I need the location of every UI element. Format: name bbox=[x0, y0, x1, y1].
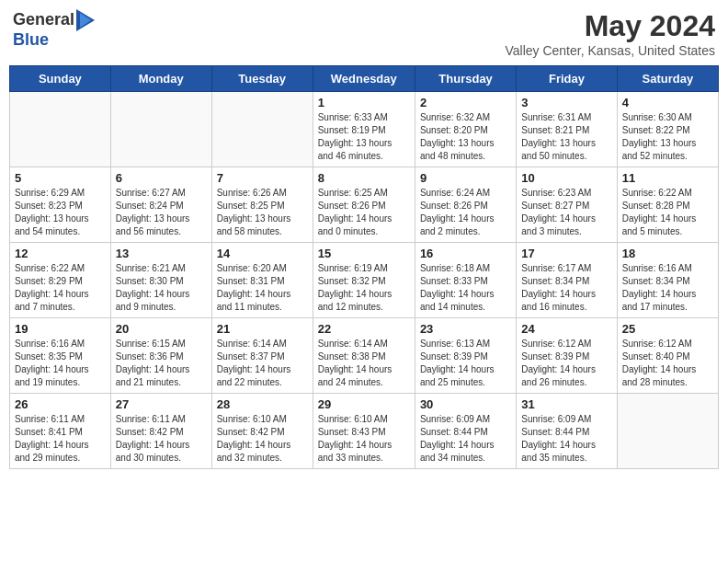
weekday-header-sunday: Sunday bbox=[10, 66, 111, 92]
day-info: Sunrise: 6:16 AM Sunset: 8:34 PM Dayligh… bbox=[622, 262, 713, 314]
calendar-cell: 22Sunrise: 6:14 AM Sunset: 8:38 PM Dayli… bbox=[313, 318, 415, 394]
day-info: Sunrise: 6:09 AM Sunset: 8:44 PM Dayligh… bbox=[521, 413, 611, 465]
weekday-header-wednesday: Wednesday bbox=[313, 66, 415, 92]
calendar-cell: 20Sunrise: 6:15 AM Sunset: 8:36 PM Dayli… bbox=[110, 318, 211, 394]
calendar-cell: 5Sunrise: 6:29 AM Sunset: 8:23 PM Daylig… bbox=[10, 167, 111, 243]
day-info: Sunrise: 6:14 AM Sunset: 8:37 PM Dayligh… bbox=[217, 338, 308, 389]
page-header: General Blue May 2024 Valley Center, Kan… bbox=[9, 9, 719, 58]
calendar-week-2: 5Sunrise: 6:29 AM Sunset: 8:23 PM Daylig… bbox=[10, 167, 719, 243]
day-info: Sunrise: 6:30 AM Sunset: 8:22 PM Dayligh… bbox=[622, 111, 713, 163]
day-number: 14 bbox=[217, 247, 308, 260]
calendar-cell: 3Sunrise: 6:31 AM Sunset: 8:21 PM Daylig… bbox=[517, 92, 617, 167]
calendar-week-4: 19Sunrise: 6:16 AM Sunset: 8:35 PM Dayli… bbox=[10, 318, 719, 394]
day-info: Sunrise: 6:19 AM Sunset: 8:32 PM Dayligh… bbox=[318, 262, 410, 314]
day-number: 19 bbox=[15, 322, 106, 336]
day-number: 22 bbox=[318, 322, 410, 336]
calendar-cell: 1Sunrise: 6:33 AM Sunset: 8:19 PM Daylig… bbox=[313, 92, 415, 167]
location: Valley Center, Kansas, United States bbox=[505, 43, 715, 58]
day-number: 30 bbox=[420, 397, 511, 411]
day-number: 6 bbox=[116, 171, 207, 185]
calendar-cell: 12Sunrise: 6:22 AM Sunset: 8:29 PM Dayli… bbox=[10, 243, 111, 318]
weekday-header-friday: Friday bbox=[517, 66, 617, 92]
day-info: Sunrise: 6:33 AM Sunset: 8:19 PM Dayligh… bbox=[318, 111, 410, 163]
day-info: Sunrise: 6:27 AM Sunset: 8:24 PM Dayligh… bbox=[116, 187, 207, 238]
day-number: 17 bbox=[521, 247, 611, 260]
day-number: 1 bbox=[318, 96, 410, 109]
day-info: Sunrise: 6:13 AM Sunset: 8:39 PM Dayligh… bbox=[420, 338, 511, 389]
month-title: May 2024 bbox=[505, 9, 715, 43]
calendar-cell: 15Sunrise: 6:19 AM Sunset: 8:32 PM Dayli… bbox=[313, 243, 415, 318]
day-number: 21 bbox=[217, 322, 308, 336]
day-info: Sunrise: 6:10 AM Sunset: 8:42 PM Dayligh… bbox=[217, 413, 308, 465]
day-info: Sunrise: 6:23 AM Sunset: 8:27 PM Dayligh… bbox=[521, 187, 611, 238]
calendar-cell: 13Sunrise: 6:21 AM Sunset: 8:30 PM Dayli… bbox=[110, 243, 211, 318]
day-number: 5 bbox=[15, 171, 106, 185]
calendar-cell: 27Sunrise: 6:11 AM Sunset: 8:42 PM Dayli… bbox=[110, 394, 211, 469]
day-number: 11 bbox=[622, 171, 713, 185]
calendar-week-1: 1Sunrise: 6:33 AM Sunset: 8:19 PM Daylig… bbox=[10, 92, 719, 167]
calendar-week-3: 12Sunrise: 6:22 AM Sunset: 8:29 PM Dayli… bbox=[10, 243, 719, 318]
calendar-cell: 16Sunrise: 6:18 AM Sunset: 8:33 PM Dayli… bbox=[415, 243, 516, 318]
calendar-cell: 8Sunrise: 6:25 AM Sunset: 8:26 PM Daylig… bbox=[313, 167, 415, 243]
calendar-cell: 18Sunrise: 6:16 AM Sunset: 8:34 PM Dayli… bbox=[617, 243, 718, 318]
day-number: 18 bbox=[622, 247, 713, 260]
day-number: 9 bbox=[420, 171, 511, 185]
logo: General Blue bbox=[13, 9, 95, 50]
day-number: 24 bbox=[521, 322, 611, 336]
day-number: 29 bbox=[318, 397, 410, 411]
day-number: 23 bbox=[420, 322, 511, 336]
day-info: Sunrise: 6:22 AM Sunset: 8:29 PM Dayligh… bbox=[15, 262, 106, 314]
day-info: Sunrise: 6:12 AM Sunset: 8:39 PM Dayligh… bbox=[521, 338, 611, 389]
day-number: 10 bbox=[521, 171, 611, 185]
calendar-cell: 11Sunrise: 6:22 AM Sunset: 8:28 PM Dayli… bbox=[617, 167, 718, 243]
day-info: Sunrise: 6:11 AM Sunset: 8:41 PM Dayligh… bbox=[15, 413, 106, 465]
day-info: Sunrise: 6:18 AM Sunset: 8:33 PM Dayligh… bbox=[420, 262, 511, 314]
calendar-cell: 29Sunrise: 6:10 AM Sunset: 8:43 PM Dayli… bbox=[313, 394, 415, 469]
day-info: Sunrise: 6:11 AM Sunset: 8:42 PM Dayligh… bbox=[116, 413, 207, 465]
calendar-cell bbox=[10, 92, 111, 167]
day-info: Sunrise: 6:10 AM Sunset: 8:43 PM Dayligh… bbox=[318, 413, 410, 465]
calendar-cell: 30Sunrise: 6:09 AM Sunset: 8:44 PM Dayli… bbox=[415, 394, 516, 469]
day-number: 3 bbox=[521, 96, 611, 109]
day-number: 2 bbox=[420, 96, 511, 109]
day-info: Sunrise: 6:14 AM Sunset: 8:38 PM Dayligh… bbox=[318, 338, 410, 389]
day-info: Sunrise: 6:25 AM Sunset: 8:26 PM Dayligh… bbox=[318, 187, 410, 238]
calendar-cell: 14Sunrise: 6:20 AM Sunset: 8:31 PM Dayli… bbox=[211, 243, 313, 318]
day-info: Sunrise: 6:12 AM Sunset: 8:40 PM Dayligh… bbox=[622, 338, 713, 389]
day-number: 4 bbox=[622, 96, 713, 109]
weekday-header-tuesday: Tuesday bbox=[211, 66, 313, 92]
day-number: 20 bbox=[116, 322, 207, 336]
title-section: May 2024 Valley Center, Kansas, United S… bbox=[505, 9, 715, 58]
weekday-header-row: SundayMondayTuesdayWednesdayThursdayFrid… bbox=[10, 66, 719, 92]
day-info: Sunrise: 6:21 AM Sunset: 8:30 PM Dayligh… bbox=[116, 262, 207, 314]
calendar-cell: 23Sunrise: 6:13 AM Sunset: 8:39 PM Dayli… bbox=[415, 318, 516, 394]
day-number: 7 bbox=[217, 171, 308, 185]
weekday-header-saturday: Saturday bbox=[617, 66, 718, 92]
calendar-cell: 6Sunrise: 6:27 AM Sunset: 8:24 PM Daylig… bbox=[110, 167, 211, 243]
calendar-cell: 31Sunrise: 6:09 AM Sunset: 8:44 PM Dayli… bbox=[517, 394, 617, 469]
calendar-cell: 4Sunrise: 6:30 AM Sunset: 8:22 PM Daylig… bbox=[617, 92, 718, 167]
calendar-cell bbox=[110, 92, 211, 167]
day-info: Sunrise: 6:32 AM Sunset: 8:20 PM Dayligh… bbox=[420, 111, 511, 163]
day-info: Sunrise: 6:24 AM Sunset: 8:26 PM Dayligh… bbox=[420, 187, 511, 238]
day-info: Sunrise: 6:29 AM Sunset: 8:23 PM Dayligh… bbox=[15, 187, 106, 238]
day-info: Sunrise: 6:15 AM Sunset: 8:36 PM Dayligh… bbox=[116, 338, 207, 389]
day-number: 13 bbox=[116, 247, 207, 260]
day-number: 8 bbox=[318, 171, 410, 185]
day-info: Sunrise: 6:31 AM Sunset: 8:21 PM Dayligh… bbox=[521, 111, 611, 163]
calendar-cell: 24Sunrise: 6:12 AM Sunset: 8:39 PM Dayli… bbox=[517, 318, 617, 394]
calendar-cell: 25Sunrise: 6:12 AM Sunset: 8:40 PM Dayli… bbox=[617, 318, 718, 394]
day-number: 31 bbox=[521, 397, 611, 411]
calendar-cell: 2Sunrise: 6:32 AM Sunset: 8:20 PM Daylig… bbox=[415, 92, 516, 167]
calendar-cell bbox=[211, 92, 313, 167]
calendar-table: SundayMondayTuesdayWednesdayThursdayFrid… bbox=[9, 65, 719, 469]
day-number: 12 bbox=[15, 247, 106, 260]
day-info: Sunrise: 6:22 AM Sunset: 8:28 PM Dayligh… bbox=[622, 187, 713, 238]
day-number: 26 bbox=[15, 397, 106, 411]
day-number: 27 bbox=[116, 397, 207, 411]
day-info: Sunrise: 6:20 AM Sunset: 8:31 PM Dayligh… bbox=[217, 262, 308, 314]
calendar-week-5: 26Sunrise: 6:11 AM Sunset: 8:41 PM Dayli… bbox=[10, 394, 719, 469]
calendar-cell: 28Sunrise: 6:10 AM Sunset: 8:42 PM Dayli… bbox=[211, 394, 313, 469]
calendar-cell: 17Sunrise: 6:17 AM Sunset: 8:34 PM Dayli… bbox=[517, 243, 617, 318]
calendar-cell: 10Sunrise: 6:23 AM Sunset: 8:27 PM Dayli… bbox=[517, 167, 617, 243]
